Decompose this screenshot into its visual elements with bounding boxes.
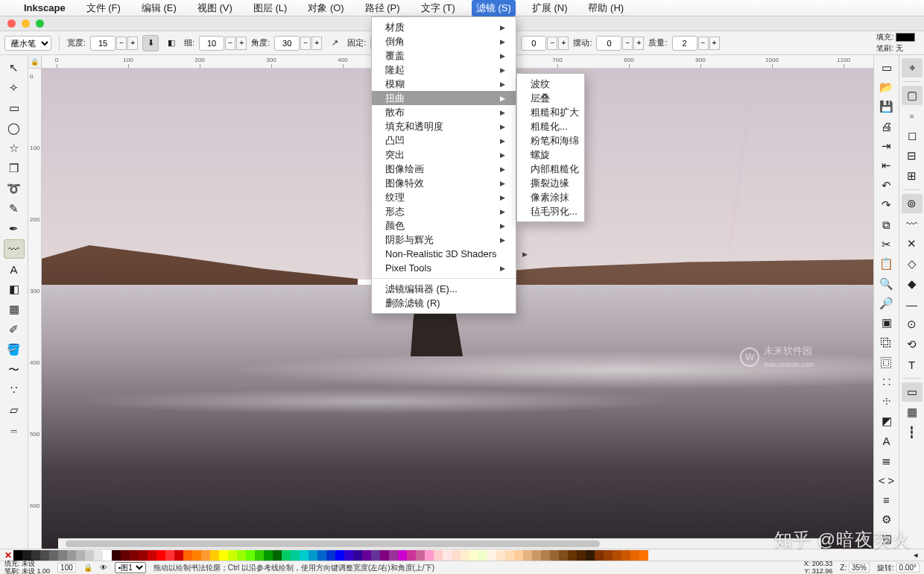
cmd-ungroup[interactable]: ⸭ xyxy=(876,392,897,411)
swatch[interactable] xyxy=(291,550,300,561)
zoom-window-icon[interactable] xyxy=(36,19,44,28)
swatch[interactable] xyxy=(308,550,317,561)
tool-ellipse[interactable]: ◯ xyxy=(4,119,25,138)
angle-input[interactable] xyxy=(274,36,300,51)
swatch[interactable] xyxy=(165,550,174,561)
swatch[interactable] xyxy=(577,550,586,561)
cmd-zoom-fit[interactable]: ▣ xyxy=(876,314,897,332)
tool-node[interactable]: ✧ xyxy=(4,78,25,98)
tool-rect[interactable]: ▭ xyxy=(4,98,25,118)
cmd-redo[interactable]: ↷ xyxy=(876,196,897,215)
swatch[interactable] xyxy=(434,550,443,561)
tool-bucket[interactable]: 🪣 xyxy=(4,340,25,359)
distort-menu-item[interactable]: 粗糙和扩大 xyxy=(517,105,584,119)
tool-gradient[interactable]: ◧ xyxy=(4,280,25,299)
snap-snap-grid[interactable]: ▦ xyxy=(902,403,923,422)
swatch[interactable] xyxy=(586,550,595,561)
swatch[interactable] xyxy=(210,550,219,561)
distort-menu-item[interactable]: 内部粗糙化 xyxy=(517,162,584,176)
swatch[interactable] xyxy=(121,550,130,561)
snap-snap-text[interactable]: T xyxy=(902,355,923,374)
distort-menu-item[interactable]: 撕裂边缘 xyxy=(517,176,584,190)
cmd-duplicate[interactable]: ⿻ xyxy=(876,333,897,352)
swatch[interactable] xyxy=(461,550,469,561)
swatch[interactable] xyxy=(425,550,434,561)
cmd-fill-stroke[interactable]: ◩ xyxy=(876,411,897,430)
swatch[interactable] xyxy=(219,550,228,561)
cmd-save[interactable]: 💾 xyxy=(876,98,897,116)
rotation-field[interactable]: 0.00° xyxy=(896,563,920,573)
pressure-width-toggle[interactable]: ⬇ xyxy=(142,35,159,51)
width-input[interactable] xyxy=(90,36,116,51)
filters-menu-item[interactable]: 填充和透明度▶ xyxy=(372,119,516,133)
swatch[interactable] xyxy=(282,550,291,561)
swatch[interactable] xyxy=(568,550,577,561)
swatch[interactable] xyxy=(31,550,40,561)
filters-menu-item[interactable]: 形态▶ xyxy=(372,204,516,218)
swatch[interactable] xyxy=(407,550,416,561)
visible-layer-icon[interactable]: 👁 xyxy=(100,564,107,572)
swatch[interactable] xyxy=(380,550,389,561)
snap-snap-line-mid[interactable]: ― xyxy=(902,294,923,314)
mass-input[interactable] xyxy=(672,36,697,51)
tilt-angle-toggle[interactable]: ↗ xyxy=(326,35,343,51)
filters-menu-item[interactable]: 图像绘画▶ xyxy=(372,162,516,176)
swatch[interactable] xyxy=(505,550,514,561)
filters-menu-item[interactable]: 图像特效▶ xyxy=(372,176,516,190)
tool-preset-select[interactable]: 蘸水笔 xyxy=(4,36,51,51)
swatch[interactable] xyxy=(246,550,255,561)
swatch[interactable] xyxy=(398,550,407,561)
filters-menu-item[interactable]: 散布▶ xyxy=(372,105,516,119)
cmd-text-dlg[interactable]: A xyxy=(876,432,897,450)
swatch[interactable] xyxy=(389,550,398,561)
distort-menu-item[interactable]: 粗糙化... xyxy=(517,119,584,133)
cmd-import[interactable]: ⇥ xyxy=(876,136,897,155)
wiggle-input[interactable] xyxy=(596,36,621,51)
distort-submenu[interactable]: 波纹层叠粗糙和扩大粗糙化...粉笔和海绵螺旋内部粗糙化撕裂边缘像素涂抹毡毛羽化.… xyxy=(516,73,585,222)
cmd-export[interactable]: ⇤ xyxy=(876,157,897,175)
swatch[interactable] xyxy=(550,550,559,561)
menu-view[interactable]: 视图 (V) xyxy=(193,0,237,16)
distort-menu-item[interactable]: 像素涂抹 xyxy=(517,190,584,204)
swatch[interactable] xyxy=(344,550,353,561)
filters-menu-item[interactable]: 倒角▶ xyxy=(372,34,516,48)
tool-selector[interactable]: ↖ xyxy=(4,58,25,78)
palette-none[interactable]: ✕ xyxy=(3,550,13,561)
cmd-prefs[interactable]: ⚙ xyxy=(876,510,897,529)
swatch[interactable] xyxy=(201,550,210,561)
swatch[interactable] xyxy=(22,550,31,561)
status-stroke[interactable]: 未设 xyxy=(22,567,35,574)
filters-menu-item[interactable]: 覆盖▶ xyxy=(372,48,516,63)
swatch[interactable] xyxy=(478,550,487,561)
swatch[interactable] xyxy=(264,550,273,561)
filters-menu-item[interactable]: 突出▶ xyxy=(372,148,516,162)
width-dec[interactable]: − xyxy=(116,37,127,50)
menu-extensions[interactable]: 扩展 (N) xyxy=(528,0,572,16)
swatch[interactable] xyxy=(76,550,85,561)
tool-star[interactable]: ☆ xyxy=(4,139,25,158)
snap-snap[interactable]: ⌖ xyxy=(902,58,923,78)
cmd-copy[interactable]: ⧉ xyxy=(876,215,897,234)
cmd-align[interactable]: ≡ xyxy=(876,491,897,509)
menu-edit[interactable]: 编辑 (E) xyxy=(137,0,181,16)
snap-snap-obj-center[interactable]: ⊙ xyxy=(902,315,923,334)
snap-snap-edge-mid[interactable]: ⊟ xyxy=(902,146,923,165)
snap-snap-bbox[interactable]: ▢ xyxy=(902,86,923,105)
distort-menu-item[interactable]: 粉笔和海绵 xyxy=(517,133,584,148)
swatch[interactable] xyxy=(255,550,264,561)
swatch[interactable] xyxy=(613,550,621,561)
swatch[interactable] xyxy=(273,550,282,561)
width-inc[interactable]: + xyxy=(127,37,138,50)
minimize-window-icon[interactable] xyxy=(22,19,30,28)
tremor-input[interactable] xyxy=(521,36,546,51)
swatch[interactable] xyxy=(630,550,639,561)
stroke-value[interactable]: 无 xyxy=(896,44,903,52)
palette-menu-icon[interactable]: ◂ xyxy=(911,550,921,561)
cmd-xml[interactable]: < > xyxy=(876,471,897,490)
tool-dropper[interactable]: ✐ xyxy=(4,320,25,339)
zoom-field[interactable]: 35% xyxy=(849,563,870,573)
cmd-print[interactable]: 🖨 xyxy=(876,117,897,136)
snap-snap-center[interactable]: ⊞ xyxy=(902,166,923,186)
swatch[interactable] xyxy=(595,550,604,561)
swatch[interactable] xyxy=(604,550,613,561)
